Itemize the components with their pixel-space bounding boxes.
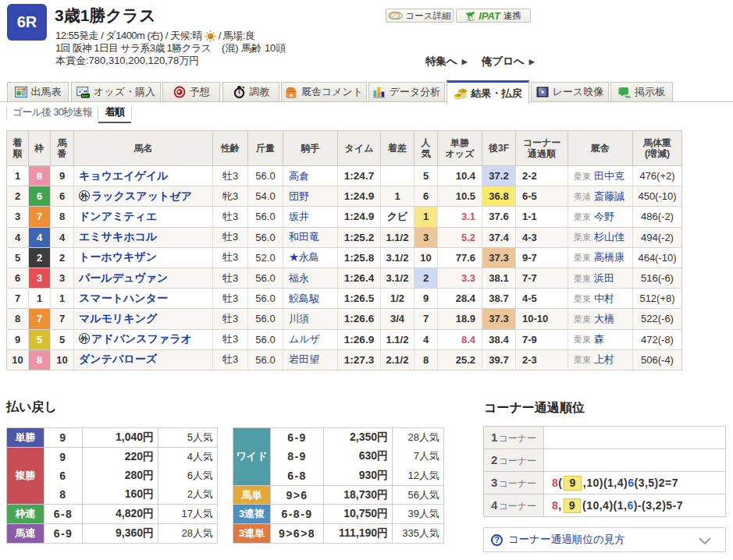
corner-passing-order: 1-1 [516, 207, 568, 227]
tab-bbs[interactable]: 掲示板 [610, 82, 673, 102]
tab-label: 厩舎コメント [301, 85, 363, 99]
trainer-link[interactable]: 杉山佳 [594, 231, 624, 243]
corner-order-value: 8(9,10)(1,4)6(3,5)2=7 [544, 472, 726, 494]
weight-carried: 56.0 [248, 227, 283, 247]
corner-order-value [544, 427, 726, 449]
payout-row: 3連複 6-8-9 10,750円 39人気 [233, 505, 444, 524]
col-header-last3f: 後3F [482, 131, 516, 166]
trainer-link[interactable]: 高橋康 [594, 251, 624, 263]
corner-order-value: 8,9(10,4)(1,6)-(3,2)5-7 [544, 494, 726, 517]
trainer-link[interactable]: 中村 [594, 292, 614, 304]
popularity: 3 [415, 227, 438, 247]
target-icon [173, 86, 186, 98]
race-result-page: 6R 3歳1勝クラス 12:55発走 / ダ1400m (右) / 天候:晴 /… [0, 0, 733, 560]
horse-name-link[interactable]: アドバンスファラオ [91, 332, 192, 345]
win-odds: 77.6 [438, 247, 482, 268]
jockey-cell: 団野 [283, 186, 338, 207]
jockey-link[interactable]: ムルザ [289, 333, 320, 345]
corner-order-segment: 9 [564, 498, 581, 513]
jockey-link[interactable]: 福永 [289, 272, 309, 284]
jockey-link[interactable]: ★永島 [289, 251, 319, 263]
margin: 1/2 [381, 289, 415, 309]
margin: 1.1/2 [381, 227, 415, 247]
tab-racecard[interactable]: 出馬表 [7, 82, 69, 102]
sex-age: 牡3 [213, 268, 248, 288]
horse-weight: 450(-10) [633, 186, 682, 207]
horse-name-link[interactable]: ドンアミティエ [79, 210, 157, 222]
ipat-link-button[interactable]: IPAT 連携 [456, 9, 531, 23]
popularity: 5 [415, 166, 438, 186]
jockey-link[interactable]: 高倉 [289, 170, 309, 182]
orepro-label: 俺プロへ [482, 55, 525, 69]
special-feature-label: 特集へ [425, 55, 457, 69]
corner-row: 3コーナー 8(9,10)(1,4)6(3,5)2=7 [484, 472, 726, 494]
horse-name-link[interactable]: トーホウキザン [79, 250, 157, 263]
trainer-link[interactable]: 森 [594, 333, 604, 345]
training-center: 美浦 [574, 192, 591, 201]
horse-name-link[interactable]: キョウエイゲイル [79, 169, 169, 182]
course-detail-button[interactable]: コース詳細 [386, 9, 454, 23]
special-feature-link[interactable]: 特集へ ▶ [425, 55, 468, 69]
jockey-link[interactable]: 川須 [289, 313, 309, 324]
corner-row: 1コーナー [484, 427, 726, 449]
corner-help-toggle[interactable]: ? コーナー通過順位の見方 [483, 527, 726, 552]
col-header-jockey: 騎手 [283, 131, 338, 166]
horse-number: 4 [51, 227, 74, 247]
tab-result-payout[interactable]: 結果・払戻 [447, 80, 529, 105]
margin [381, 166, 415, 186]
jockey-link[interactable]: 坂井 [289, 211, 309, 222]
horse-name-link[interactable]: ラックスアットゼア [91, 190, 192, 202]
horse-name-link[interactable]: マルモリキング [79, 312, 157, 324]
corner-number: 4 [491, 498, 497, 512]
trainer-link[interactable]: 浜田 [594, 272, 614, 284]
trainer-link[interactable]: 今野 [594, 211, 614, 222]
page-title: 3歳1勝クラス [55, 5, 156, 27]
jockey-link[interactable]: 鮫島駿 [289, 292, 319, 304]
subnav-flash-report[interactable]: ゴール後 30秒速報 [7, 106, 98, 119]
jockey-cell: ★永島 [283, 247, 338, 268]
jockey-link[interactable]: 団野 [289, 190, 309, 202]
tab-odds-purchase[interactable]: オッズ・購入 [71, 82, 161, 102]
payout-popularity: 6人気 [158, 466, 218, 486]
subnav-finish-order[interactable]: 着順 [98, 106, 131, 123]
training-center: 栗東 [574, 232, 591, 242]
jockey-link[interactable]: 岩田望 [289, 353, 319, 365]
horse-name-link[interactable]: パールデュヴァン [79, 271, 168, 284]
tab-label: 掲示板 [635, 85, 665, 99]
trainer-link[interactable]: 斎藤誠 [594, 190, 624, 202]
popularity: 2 [415, 268, 438, 288]
tab-stable-comment[interactable]: 厩舎コメント [281, 82, 367, 102]
trainer-link[interactable]: 田中克 [594, 170, 624, 182]
payout-popularity: 28人気 [393, 428, 444, 448]
trainer-link[interactable]: 大橋 [594, 313, 614, 324]
corner-section-title: コーナー通過順位 [484, 400, 585, 416]
course-icon [388, 11, 403, 20]
stable-cell: 美浦斎藤誠 [568, 186, 633, 207]
horse-weight: 486(-2) [633, 207, 682, 227]
frame-number: 1 [29, 289, 51, 309]
horse-name-link[interactable]: スマートハンター [79, 292, 168, 304]
sex-age: 牡3 [213, 166, 248, 186]
horse-name-link[interactable]: ダンテバローズ [79, 353, 157, 365]
finish-time: 1:26.5 [338, 289, 381, 309]
win-odds: 10.4 [438, 166, 482, 186]
tab-race-video[interactable]: レース映像 [531, 82, 609, 102]
horse-number: 6 [51, 186, 74, 207]
foreign-bred-mark: 外 [79, 190, 90, 201]
trainer-link[interactable]: 上村 [594, 353, 614, 365]
result-row: 3 7 8 ドンアミティエ 牡3 56.0 坂井 1:24.9 クビ 1 3.1… [7, 207, 682, 227]
jockey-cell: 岩田望 [283, 349, 338, 370]
sex-age: 牡3 [213, 207, 248, 227]
bet-type-label: 3連複 [233, 505, 271, 524]
orepro-link[interactable]: 俺プロへ ▶ [482, 55, 535, 69]
tab-data-analysis[interactable]: データ分析 [368, 82, 445, 102]
jockey-link[interactable]: 和田竜 [289, 231, 319, 243]
sex-age: 牡3 [213, 309, 248, 329]
tab-training[interactable]: 調教 [222, 82, 279, 102]
horse-name-link[interactable]: エミサキホコル [79, 230, 157, 243]
bet-type-label: ワイド [233, 428, 271, 486]
tab-forecast[interactable]: 予想 [162, 82, 220, 102]
bet-type-label: 馬単 [233, 485, 271, 505]
horse-number: 5 [51, 329, 74, 349]
stable-cell: 栗東杉山佳 [568, 227, 633, 247]
